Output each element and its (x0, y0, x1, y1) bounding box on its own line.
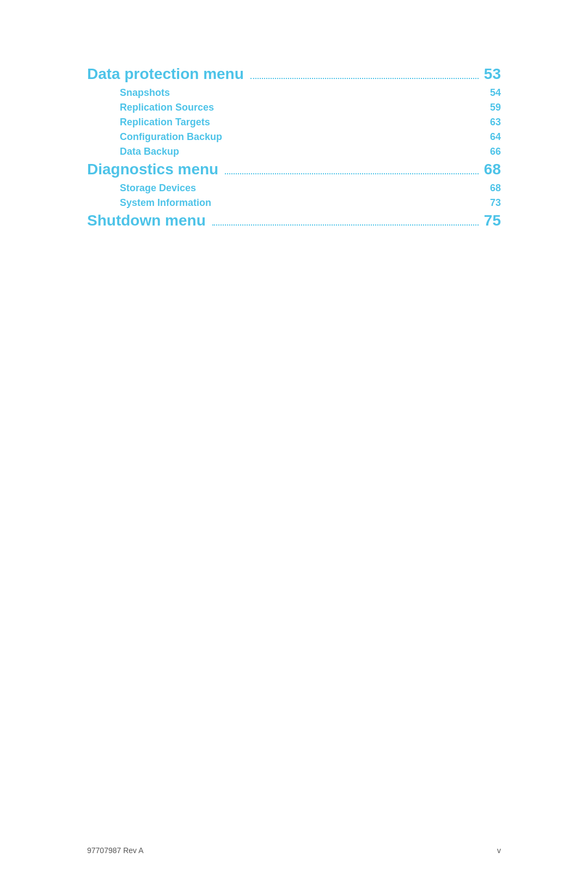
toc-dots-shutdown-menu (212, 224, 479, 226)
toc-heading-text-diagnostics-menu: Diagnostics menu (87, 161, 218, 178)
footer: 97707987 Rev A v (87, 846, 501, 855)
toc-heading-shutdown-menu: Shutdown menu75 (87, 212, 501, 229)
footer-right-text: v (497, 846, 501, 855)
toc-dots-data-protection-menu (250, 78, 479, 79)
toc-subitem-text-replication-targets: Replication Targets (120, 117, 210, 128)
toc-subitem-page-storage-devices: 68 (485, 183, 501, 194)
toc-subitem-page-replication-targets: 63 (485, 117, 501, 128)
toc-subitem-text-replication-sources: Replication Sources (120, 102, 214, 113)
toc-heading-page-data-protection-menu: 53 (484, 65, 501, 83)
toc-subitem-snapshots: Snapshots54 (87, 87, 501, 99)
toc-subitem-storage-devices: Storage Devices68 (87, 183, 501, 194)
toc-subitem-text-system-information: System Information (120, 197, 211, 209)
toc-subitem-text-storage-devices: Storage Devices (120, 183, 196, 194)
toc-subitem-replication-sources: Replication Sources59 (87, 102, 501, 113)
page-content: Data protection menu53Snapshots54Replica… (0, 0, 588, 277)
toc-subitem-configuration-backup: Configuration Backup64 (87, 131, 501, 143)
toc-subitem-system-information: System Information73 (87, 197, 501, 209)
toc-heading-page-shutdown-menu: 75 (484, 212, 501, 229)
toc-dots-diagnostics-menu (225, 173, 479, 174)
toc-subitem-page-system-information: 73 (485, 197, 501, 209)
toc-heading-page-diagnostics-menu: 68 (484, 161, 501, 178)
footer-left-text: 97707987 Rev A (87, 846, 144, 855)
toc-subitem-text-snapshots: Snapshots (120, 87, 170, 99)
toc-subitem-page-replication-sources: 59 (485, 102, 501, 113)
toc-subitem-text-configuration-backup: Configuration Backup (120, 131, 222, 143)
toc-subitem-page-snapshots: 54 (485, 87, 501, 99)
toc-subitem-page-configuration-backup: 64 (485, 131, 501, 143)
toc-heading-diagnostics-menu: Diagnostics menu68 (87, 161, 501, 178)
toc-section: Data protection menu53Snapshots54Replica… (87, 65, 501, 229)
toc-heading-data-protection-menu: Data protection menu53 (87, 65, 501, 83)
toc-subitem-page-data-backup: 66 (485, 146, 501, 157)
toc-subitem-data-backup: Data Backup66 (87, 146, 501, 157)
toc-heading-text-data-protection-menu: Data protection menu (87, 65, 244, 83)
toc-subitem-text-data-backup: Data Backup (120, 146, 179, 157)
toc-subitem-replication-targets: Replication Targets63 (87, 117, 501, 128)
toc-heading-text-shutdown-menu: Shutdown menu (87, 212, 206, 229)
